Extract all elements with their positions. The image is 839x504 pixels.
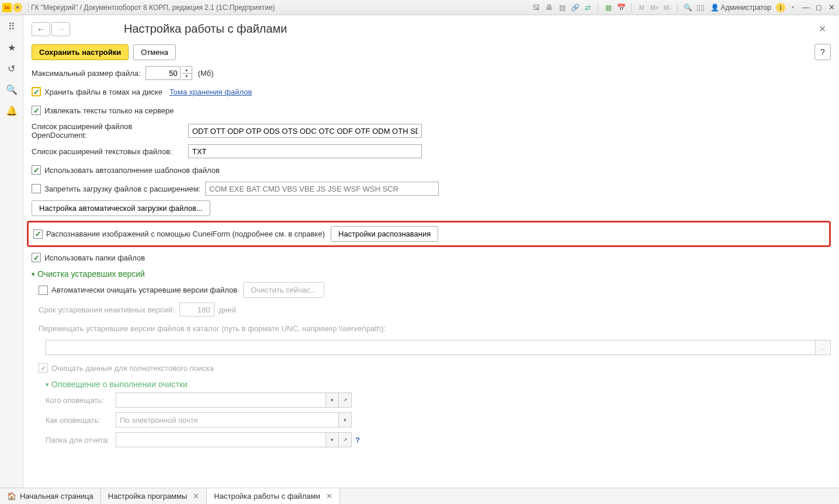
folder-input[interactable] bbox=[116, 432, 326, 447]
bell-icon[interactable]: 🔔 bbox=[5, 104, 18, 117]
ocr-settings-button[interactable]: Настройки распознавания bbox=[331, 226, 438, 242]
close-page-button[interactable]: ✕ bbox=[814, 21, 831, 37]
notify-section-header[interactable]: ▾ Оповещение о выполнении очистки bbox=[46, 380, 831, 389]
toolbar: Сохранить настройки Отмена ? bbox=[23, 41, 839, 66]
extract-server-checkbox[interactable] bbox=[32, 106, 41, 115]
folder-help-icon[interactable]: ? bbox=[355, 436, 360, 444]
maxsize-unit: (Мб) bbox=[198, 69, 214, 78]
star-icon[interactable]: ★ bbox=[5, 41, 18, 54]
how-dropdown-button[interactable]: ▾ bbox=[339, 412, 352, 427]
deny-ext-label: Запретить загрузку файлов с расширением: bbox=[44, 185, 200, 193]
minimize-button[interactable]: — bbox=[800, 3, 811, 12]
txt-input[interactable] bbox=[188, 144, 422, 158]
ocr-highlight-box: Распознавание изображений с помощью Cune… bbox=[27, 221, 831, 247]
od-input[interactable] bbox=[188, 124, 422, 138]
m-icon[interactable]: M bbox=[636, 2, 647, 13]
calc-icon[interactable]: ▦ bbox=[603, 2, 613, 13]
print-icon[interactable]: 🖶 bbox=[544, 2, 554, 13]
fulltext-checkbox bbox=[39, 363, 48, 373]
deny-ext-input[interactable] bbox=[205, 182, 439, 196]
maxsize-label: Максимальный размер файла: bbox=[32, 69, 141, 78]
auto-cleanup-checkbox[interactable] bbox=[39, 286, 48, 295]
browse-path-button[interactable]: … bbox=[816, 340, 831, 355]
help-button[interactable]: ? bbox=[814, 44, 831, 60]
how-label: Как оповещать: bbox=[46, 416, 111, 425]
panels-icon[interactable]: ▯▯ bbox=[695, 2, 706, 13]
forward-button[interactable]: → bbox=[51, 22, 70, 36]
divider bbox=[598, 3, 598, 12]
store-volumes-label: Хранить файлы в томах на диске bbox=[44, 88, 162, 96]
age-label: Срок устаревания неактивных версий: bbox=[39, 305, 175, 314]
titlebar: 1c ▼ ГК "Меркурий" / Документооборот 8 К… bbox=[0, 0, 839, 15]
link-icon[interactable]: 🔗 bbox=[570, 2, 580, 13]
spin-up-icon[interactable]: ▲ bbox=[182, 67, 192, 74]
zoom-icon[interactable]: 🔍 bbox=[682, 2, 693, 13]
m-plus-icon[interactable]: M+ bbox=[649, 2, 660, 13]
chevron-down-icon: ▾ bbox=[46, 381, 49, 388]
deny-ext-checkbox[interactable] bbox=[32, 184, 41, 193]
autofill-label: Использовать автозаполнение шаблонов фай… bbox=[44, 166, 220, 175]
ocr-label: Распознавание изображений с помощью Cune… bbox=[46, 230, 325, 238]
age-input[interactable] bbox=[179, 303, 214, 317]
txt-label: Список расширений текстовых файлов: bbox=[32, 147, 183, 156]
move-path-input[interactable] bbox=[46, 340, 816, 355]
volumes-link[interactable]: Тома хранения файлов bbox=[169, 88, 252, 96]
clean-now-button[interactable]: Очистить сейчас... bbox=[243, 282, 324, 298]
form: Максимальный размер файла: ▲▼ (Мб) Храни… bbox=[23, 66, 839, 447]
window-title: ГК "Меркурий" / Документооборот 8 КОРП, … bbox=[31, 4, 275, 12]
dropdown-icon[interactable]: ▼ bbox=[13, 3, 22, 12]
ocr-checkbox[interactable] bbox=[33, 230, 43, 239]
maximize-button[interactable]: ◻ bbox=[813, 3, 824, 12]
age-unit: дней bbox=[219, 305, 236, 314]
autofill-checkbox[interactable] bbox=[32, 165, 41, 175]
notify-header-label: Оповещение о выполнении очистки bbox=[51, 380, 188, 389]
extract-server-label: Извлекать тексты только на сервере bbox=[44, 106, 174, 115]
auto-cleanup-label: Автоматически очищать устаревшие версии … bbox=[51, 286, 237, 294]
fulltext-label: Очищать данные для полнотекстового поиск… bbox=[51, 364, 214, 373]
back-button[interactable]: ← bbox=[32, 22, 50, 36]
search-icon[interactable]: 🔍 bbox=[5, 83, 18, 96]
m-minus-icon[interactable]: M- bbox=[662, 2, 672, 13]
move-path-label: Перемещать устаревшие версии файлов в ка… bbox=[39, 324, 386, 333]
username: Администратор bbox=[720, 4, 771, 12]
save-icon[interactable]: 🖫 bbox=[531, 2, 542, 13]
who-dropdown-button[interactable]: ▾ bbox=[326, 392, 339, 408]
content-area: ← → Настройка работы с файлами ✕ Сохрани… bbox=[23, 15, 839, 488]
compare-icon[interactable]: ⇄ bbox=[583, 2, 593, 13]
history-icon[interactable]: ↺ bbox=[5, 62, 18, 75]
maxsize-input[interactable] bbox=[145, 66, 181, 80]
who-open-button[interactable]: ↗ bbox=[339, 392, 352, 408]
folder-dropdown-button[interactable]: ▾ bbox=[326, 432, 339, 447]
calendar-icon[interactable]: 📅 bbox=[616, 2, 626, 13]
od-label: Список расширений файлов OpenDocument: bbox=[32, 122, 183, 140]
chevron-down-icon: ▾ bbox=[32, 270, 35, 278]
who-input[interactable] bbox=[116, 392, 326, 408]
user-label[interactable]: 👤Администратор bbox=[710, 4, 771, 12]
how-input[interactable] bbox=[116, 412, 339, 427]
who-label: Кого оповещать: bbox=[46, 396, 111, 405]
folder-label: Папка для отчета: bbox=[46, 436, 111, 444]
close-window-button[interactable]: ✕ bbox=[826, 3, 837, 12]
maxsize-spinner[interactable]: ▲▼ bbox=[145, 66, 192, 80]
app-logo-icon: 1c bbox=[2, 3, 12, 12]
use-folders-checkbox[interactable] bbox=[32, 253, 41, 262]
preview-icon[interactable]: ▤ bbox=[557, 2, 567, 13]
info-dropdown-icon[interactable]: ▾ bbox=[788, 2, 798, 13]
store-volumes-checkbox[interactable] bbox=[32, 87, 41, 96]
sidebar: ⠿ ★ ↺ 🔍 🔔 bbox=[0, 15, 23, 488]
divider bbox=[28, 3, 29, 12]
cleanup-header-label: Очистка устаревших версий bbox=[37, 269, 145, 279]
divider bbox=[677, 3, 678, 12]
spin-down-icon[interactable]: ▼ bbox=[182, 74, 192, 80]
folder-open-button[interactable]: ↗ bbox=[339, 432, 352, 447]
page-title: Настройка работы с файлами bbox=[124, 22, 287, 36]
apps-icon[interactable]: ⠿ bbox=[5, 20, 18, 33]
top-nav: ← → Настройка работы с файлами ✕ bbox=[23, 15, 839, 41]
autoload-settings-button[interactable]: Настройка автоматической загрузки файлов… bbox=[32, 200, 210, 216]
cleanup-section-header[interactable]: ▾ Очистка устаревших версий bbox=[32, 269, 831, 279]
cancel-button[interactable]: Отмена bbox=[133, 44, 176, 60]
info-icon[interactable]: i bbox=[776, 3, 785, 12]
divider bbox=[631, 3, 632, 12]
save-settings-button[interactable]: Сохранить настройки bbox=[32, 44, 129, 60]
use-folders-label: Использовать папки файлов bbox=[44, 253, 145, 262]
